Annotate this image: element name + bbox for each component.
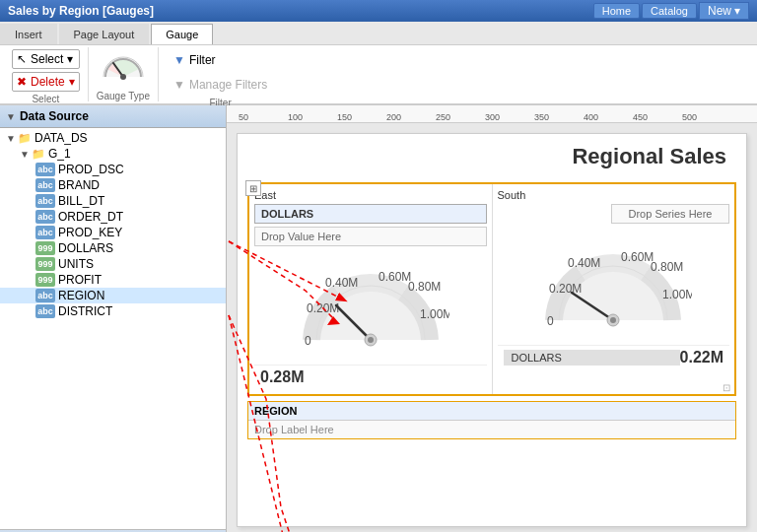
tree-item-district[interactable]: abc DISTRICT <box>0 303 226 319</box>
south-gauge-value: 0.22M <box>680 349 723 366</box>
tree-item-data-ds[interactable]: ▼ 📁 DATA_DS <box>0 130 226 146</box>
g1-expand-icon[interactable]: ▼ <box>18 149 32 160</box>
gauge-type-icon[interactable] <box>100 49 147 89</box>
east-value-field[interactable]: DOLLARS <box>254 204 487 224</box>
new-label: New <box>708 4 731 18</box>
south-scale-060: 0.60M <box>621 250 654 264</box>
data-source-expand-icon: ▼ <box>6 111 16 122</box>
select-group-content: ↖ Select ▾ ✖ Delete ▾ <box>12 49 80 92</box>
tab-gauge[interactable]: Gauge <box>151 24 213 44</box>
gauge-container: East DOLLARS Drop Value Here <box>247 182 736 396</box>
tree-item-prod-dsc[interactable]: abc PROD_DSC <box>0 162 226 177</box>
data-ds-label: DATA_DS <box>34 131 88 145</box>
east-scale-040: 0.40M <box>325 276 358 290</box>
east-scale-100: 1.00M <box>420 307 449 321</box>
gauge-container-resize-handle[interactable]: ⊡ <box>723 382 732 392</box>
tree-item-profit[interactable]: 999 PROFIT <box>0 272 226 288</box>
canvas-area: 50 100 150 200 250 300 350 400 450 500 R… <box>227 105 757 532</box>
south-drop-series[interactable]: Drop Series Here <box>611 204 729 224</box>
ribbon: Insert Page Layout Gauge ↖ Select ▾ ✖ De… <box>0 22 757 105</box>
manage-filter-icon: ▼ <box>173 78 185 92</box>
catalog-button[interactable]: Catalog <box>642 3 697 19</box>
field-label-order-dt: ORDER_DT <box>58 210 123 224</box>
east-gauge-svg: 0 0.20M 0.40M 0.60M 0.80M <box>292 251 449 360</box>
window-title: Sales by Region [Gauges] <box>8 4 154 18</box>
field-label-region: REGION <box>58 289 104 302</box>
home-button[interactable]: Home <box>593 3 640 19</box>
field-type-icon-profit: 999 <box>35 273 55 287</box>
east-scale-080: 0.80M <box>408 280 441 294</box>
ribbon-tabs: Insert Page Layout Gauge <box>0 22 757 45</box>
manage-filters-button[interactable]: ▼ Manage Filters <box>167 74 274 96</box>
gauge-expand-button[interactable]: ⊞ <box>245 180 261 196</box>
ribbon-content: ↖ Select ▾ ✖ Delete ▾ Select <box>0 45 757 104</box>
title-bar: Sales by Region [Gauges] Home Catalog Ne… <box>0 0 757 22</box>
field-type-icon-brand: abc <box>35 178 55 192</box>
tree-item-bill-dt[interactable]: abc BILL_DT <box>0 193 226 209</box>
gauge-section-south: South Drop Series Here <box>493 184 735 394</box>
dropdown-arrow-icon: ▾ <box>734 4 740 18</box>
south-scale-100: 1.00M <box>662 288 692 301</box>
left-panel: ▼ Data Source ▼ 📁 DATA_DS ▼ 📁 G_1 abc PR… <box>0 105 227 532</box>
ruler-mark-400: 400 <box>584 112 598 122</box>
south-section-label: South <box>498 189 730 201</box>
label-drop-section: REGION Drop Label Here <box>247 401 736 439</box>
delete-arrow-icon: ▾ <box>69 75 75 89</box>
ribbon-group-filter: ▼ Filter ▼ Manage Filters Filter <box>159 47 282 101</box>
east-section-label: East <box>254 189 487 201</box>
tab-insert[interactable]: Insert <box>0 24 57 44</box>
filter-label: Filter <box>189 53 216 67</box>
field-type-icon-region: abc <box>35 289 55 302</box>
ruler-mark-150: 150 <box>337 112 352 122</box>
east-pivot-inner <box>368 337 374 343</box>
east-drop-value[interactable]: Drop Value Here <box>254 227 487 246</box>
field-type-icon-district: abc <box>35 304 55 318</box>
delete-button[interactable]: ✖ Delete ▾ <box>12 72 80 92</box>
gauge-type-label: Gauge Type <box>97 89 150 101</box>
east-scale-020: 0.20M <box>307 301 339 315</box>
select-label: Select <box>31 52 63 66</box>
ribbon-group-select: ↖ Select ▾ ✖ Delete ▾ Select <box>4 47 89 101</box>
report-title: Regional Sales <box>238 134 746 174</box>
east-gauge-value: 0.28M <box>260 368 304 386</box>
label-drop-empty[interactable]: Drop Label Here <box>248 421 735 438</box>
south-scale-080: 0.80M <box>651 260 683 274</box>
manage-filters-label: Manage Filters <box>189 78 267 92</box>
field-type-icon-prod-dsc: abc <box>35 163 55 176</box>
ruler-mark-250: 250 <box>436 112 450 122</box>
svg-point-3 <box>120 74 126 80</box>
main-layout: ▼ Data Source ▼ 📁 DATA_DS ▼ 📁 G_1 abc PR… <box>0 105 757 532</box>
field-label-prod-key: PROD_KEY <box>58 226 122 239</box>
tree-item-prod-key[interactable]: abc PROD_KEY <box>0 225 226 240</box>
tree-item-brand[interactable]: abc BRAND <box>0 177 226 193</box>
ruler-mark-350: 350 <box>534 112 549 122</box>
filter-button[interactable]: ▼ Filter <box>167 49 274 71</box>
data-source-header[interactable]: ▼ Data Source <box>0 105 226 128</box>
new-button[interactable]: New ▾ <box>699 2 749 20</box>
tree-item-units[interactable]: 999 UNITS <box>0 256 226 272</box>
tree-item-region[interactable]: abc REGION <box>0 288 226 303</box>
tree-item-dollars[interactable]: 999 DOLLARS <box>0 240 226 256</box>
gauge-section-east: East DOLLARS Drop Value Here <box>249 184 493 394</box>
ruler-mark-300: 300 <box>485 112 500 122</box>
field-label-dollars: DOLLARS <box>58 241 113 255</box>
data-ds-expand-icon[interactable]: ▼ <box>4 133 18 144</box>
g1-folder-icon: 📁 <box>32 148 45 161</box>
title-bar-buttons: Home Catalog New ▾ <box>593 2 749 20</box>
label-drop-filled-region[interactable]: REGION <box>248 402 735 421</box>
tree-view: ▼ 📁 DATA_DS ▼ 📁 G_1 abc PROD_DSC abc BRA… <box>0 128 226 529</box>
folder-icon: 📁 <box>18 132 32 145</box>
tree-item-g1[interactable]: ▼ 📁 G_1 <box>0 146 226 162</box>
ruler-mark-50: 50 <box>239 112 248 122</box>
field-type-icon-units: 999 <box>35 257 55 271</box>
delete-label: Delete <box>31 75 65 89</box>
tab-page-layout[interactable]: Page Layout <box>59 24 150 44</box>
south-gauge-svg-container: 0 0.20M 0.40M 0.60M 0.80M 1.00M <box>498 232 730 340</box>
select-dropdown[interactable]: ↖ Select ▾ <box>12 49 80 69</box>
field-type-icon-dollars: 999 <box>35 241 55 255</box>
south-scale-020: 0.20M <box>549 282 582 296</box>
g1-label: G_1 <box>48 147 71 161</box>
east-scale-0: 0 <box>305 334 311 348</box>
tree-item-order-dt[interactable]: abc ORDER_DT <box>0 209 226 225</box>
south-scale-0: 0 <box>547 314 554 328</box>
